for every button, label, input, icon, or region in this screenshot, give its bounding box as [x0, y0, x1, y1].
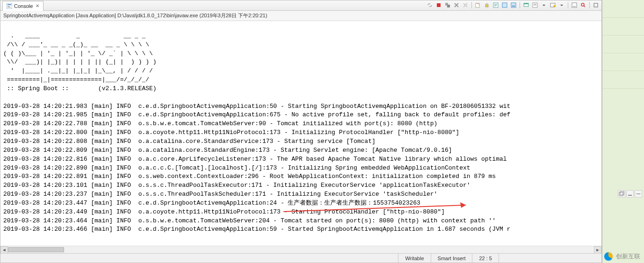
ascii-art-line: . ____ _ __ _ _ — [3, 32, 599, 41]
close-icon[interactable]: ✕ — [35, 3, 39, 8]
scroll-lock-icon[interactable] — [483, 1, 491, 9]
ascii-art-line: /\\ / ___'_ __ _ _(_)_ __ __ _ \ \ \ \ — [3, 41, 599, 50]
minimize-icon[interactable] — [571, 1, 578, 9]
toolbar-separator — [471, 2, 472, 8]
svg-rect-18 — [572, 3, 577, 7]
status-writable: Writable — [398, 254, 430, 263]
svg-point-27 — [637, 193, 637, 194]
run-info-text: SpringbootActivemqApplication [Java Appl… — [3, 13, 267, 18]
link-icon[interactable] — [426, 1, 434, 9]
svg-rect-19 — [573, 6, 576, 7]
svg-point-28 — [638, 193, 639, 194]
log-line: 2019-03-28 14:20:22.891 [main] INFO o.s.… — [3, 172, 599, 181]
svg-rect-14 — [524, 3, 528, 4]
scroll-right-icon[interactable]: ► — [594, 246, 601, 254]
svg-rect-6 — [447, 5, 450, 7]
console-tabbar: Console ✕ — [0, 0, 601, 11]
log-line: 2019-03-28 14:20:22.816 [main] INFO o.a.… — [3, 155, 599, 164]
log-line: 2019-03-28 14:20:23.464 [main] INFO o.s.… — [3, 217, 599, 226]
status-insert-mode: Smart Insert — [431, 254, 472, 263]
svg-rect-11 — [511, 3, 516, 7]
ascii-art-line: :: Spring Boot :: (v2.1.3.RELEASE) — [3, 85, 599, 93]
terminate-all-icon[interactable] — [444, 1, 451, 9]
log-line: 2019-03-28 14:20:23.466 [main] INFO c.e.… — [3, 225, 599, 234]
display-selected-icon[interactable] — [531, 1, 539, 9]
dropdown-icon[interactable] — [558, 1, 565, 9]
maximize-icon[interactable] — [592, 1, 600, 9]
svg-rect-7 — [476, 3, 479, 7]
svg-rect-10 — [502, 3, 507, 7]
svg-rect-3 — [7, 7, 11, 7]
ascii-art-line: \\/ ___)| |_)| | | | | || (_| | ) ) ) ) — [3, 58, 599, 67]
pin-icon[interactable] — [522, 1, 530, 9]
restore-icon[interactable] — [618, 190, 625, 198]
svg-rect-8 — [485, 5, 488, 7]
watermark-text: 创新互联 — [616, 252, 640, 261]
log-line: 2019-03-28 14:20:22.890 [main] INFO o.a.… — [3, 164, 599, 173]
log-line: 2019-03-28 14:20:21.983 [main] INFO c.e.… — [3, 102, 599, 111]
toolbar-separator — [520, 2, 520, 8]
svg-rect-12 — [512, 6, 515, 7]
more-icon[interactable] — [635, 190, 642, 198]
word-wrap-icon[interactable] — [492, 1, 499, 9]
log-line: 2019-03-28 14:20:21.985 [main] INFO c.e.… — [3, 111, 599, 120]
scrollbar-thumb[interactable] — [8, 247, 64, 252]
ascii-art-line: ' |____| .__|_| |_|_| |_\__, | / / / / — [3, 67, 599, 76]
watermark-logo-icon — [604, 252, 613, 261]
status-cursor-position: 22 : 5 — [472, 254, 499, 263]
svg-rect-24 — [619, 192, 623, 196]
log-line: 2019-03-28 14:20:23.449 [main] INFO o.a.… — [3, 208, 599, 217]
terminate-icon[interactable] — [435, 1, 442, 9]
remove-launch-icon[interactable] — [453, 1, 460, 9]
watermark: 创新互联 — [604, 252, 640, 261]
status-bar: Writable Smart Insert 22 : 5 — [0, 253, 601, 263]
log-line: 2019-03-28 14:20:22.788 [main] INFO o.s.… — [3, 120, 599, 128]
side-toolbar — [618, 190, 642, 198]
show-console-icon[interactable] — [501, 1, 508, 9]
log-line: 2019-03-28 14:20:22.808 [main] INFO o.a.… — [3, 137, 599, 146]
ascii-art-line: =========|_|==============|___/=/_/_/_/ — [3, 76, 599, 85]
console-tab[interactable]: Console ✕ — [2, 1, 43, 11]
log-line: 2019-03-28 14:20:23.101 [main] INFO o.s.… — [3, 181, 599, 190]
svg-rect-26 — [628, 195, 632, 196]
log-line: 2019-03-28 14:20:23.237 [main] INFO o.s.… — [3, 190, 599, 199]
remove-all-icon[interactable] — [462, 1, 469, 9]
toolbar-separator — [568, 2, 568, 8]
svg-rect-21 — [594, 3, 598, 7]
dropdown-icon[interactable] — [540, 1, 548, 9]
minimize-view-icon[interactable] — [626, 190, 634, 198]
scroll-left-icon[interactable]: ◄ — [0, 246, 8, 254]
console-toolbar — [426, 1, 600, 9]
log-line: 2019-03-28 14:20:23.447 [main] INFO c.e.… — [3, 199, 599, 208]
svg-rect-1 — [7, 4, 11, 5]
console-output[interactable]: . ____ _ __ _ _ /\\ / ___'_ __ _ _(_)_ _… — [0, 21, 601, 246]
console-tab-label: Console — [14, 3, 33, 9]
svg-point-17 — [553, 5, 555, 7]
open-console-icon[interactable] — [549, 1, 557, 9]
console-icon — [7, 3, 12, 9]
console-view: Console ✕ — [0, 0, 602, 263]
log-line: 2019-03-28 14:20:22.809 [main] INFO o.a.… — [3, 146, 599, 155]
side-panel — [602, 0, 644, 263]
show-console-on-out-icon[interactable] — [510, 1, 517, 9]
svg-point-29 — [639, 193, 640, 194]
svg-rect-2 — [7, 6, 10, 7]
log-line: 2019-03-28 14:20:22.800 [main] INFO o.a.… — [3, 128, 599, 137]
clear-icon[interactable] — [474, 1, 482, 9]
svg-rect-4 — [437, 3, 441, 7]
horizontal-scrollbar[interactable]: ◄ ► — [0, 246, 601, 253]
ascii-art-line: ( ( )\___ | '_ | '_| | '_ \/ _` | \ \ \ … — [3, 50, 599, 58]
find-icon[interactable] — [579, 1, 587, 9]
toolbar-separator — [589, 2, 590, 8]
status-empty — [499, 254, 601, 263]
run-info-bar: SpringbootActivemqApplication [Java Appl… — [0, 11, 601, 21]
